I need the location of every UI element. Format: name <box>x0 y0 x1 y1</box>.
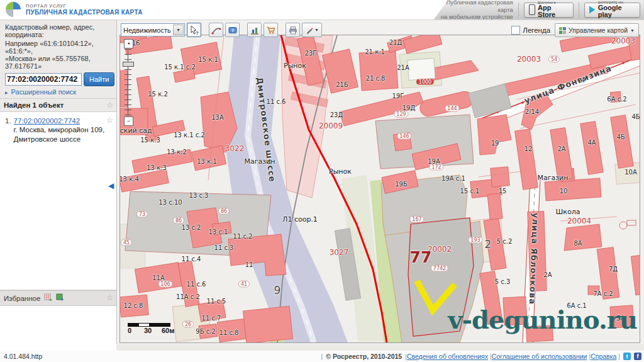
map-area: Недвижимость ▼ ? ? <box>117 20 644 344</box>
pencil-icon <box>305 26 314 35</box>
divider <box>579 3 579 18</box>
footer-links: | © Росреестр, 2010-2015 |Сведения об об… <box>321 353 641 360</box>
zoom-slider-handle[interactable] <box>123 62 134 67</box>
measure-icon <box>211 25 221 35</box>
zoom-in-button[interactable]: ▪ <box>124 39 133 48</box>
svg-text:?: ? <box>196 30 199 35</box>
scalebar-tick: 30 <box>144 327 152 334</box>
legend-label: Легенда <box>523 26 550 34</box>
search-panel: Кадастровый номер, адрес, координата: На… <box>0 20 116 98</box>
map-canvas[interactable] <box>120 35 640 342</box>
star-icon[interactable]: ☆ <box>106 293 113 302</box>
rosreestr-logo-icon <box>5 1 21 18</box>
mobile-banner-text: Публичная кадастровая карта на мобильном… <box>434 0 513 21</box>
printer-icon <box>288 25 298 35</box>
result-item[interactable]: 1. 77:02:0020002:7742 г. Москва, микрора… <box>5 117 113 144</box>
search-input[interactable] <box>5 73 82 86</box>
chevron-down-icon: ▼ <box>173 25 184 35</box>
app-header: ПОРТАЛ УСЛУГ ПУБЛИЧНАЯ КАДАСТРОВАЯ КАРТА… <box>0 0 644 20</box>
footer: 4.01.484.http | © Росреестр, 2010-2015 |… <box>0 351 644 362</box>
search-label: Кадастровый номер, адрес, координата: <box>5 23 111 38</box>
layer-select-value: Недвижимость <box>121 26 173 34</box>
map-viewport[interactable]: Дмитровское шоссеулица Фонвизинаулица Яб… <box>119 35 640 343</box>
legend-checkbox[interactable] <box>511 26 520 35</box>
star-icon[interactable]: ☆ <box>106 101 113 110</box>
add-favorite-icon[interactable]: + <box>56 293 64 303</box>
cart-icon <box>266 25 276 35</box>
scalebar: 0 30 60м <box>128 323 178 335</box>
print-button[interactable] <box>286 23 300 37</box>
svg-text:+: + <box>60 297 64 302</box>
svg-text:?: ? <box>231 28 234 33</box>
googleplay-big-label: Google play <box>598 4 635 18</box>
svg-text:+: + <box>49 297 52 302</box>
chart-tool-button[interactable] <box>247 23 262 37</box>
layers-grid-icon <box>559 27 566 34</box>
info-box-icon: ? <box>228 25 238 35</box>
favorites-header: Избранное + + ☆ <box>0 290 116 306</box>
find-button[interactable]: Найти <box>84 72 114 86</box>
export-excel-icon[interactable]: + <box>44 293 52 303</box>
copyright-label: © Росреестр, 2010-2015 <box>326 353 402 360</box>
sidebar: Кадастровый номер, адрес, координата: На… <box>0 20 117 344</box>
footer-link[interactable]: Справка <box>591 353 616 360</box>
appstore-badge[interactable]: Доступно в App Store <box>524 3 574 18</box>
site-watermark: v-degunino.ru <box>448 307 637 332</box>
appstore-big-label: App Store <box>538 4 569 18</box>
zoom-control: ▪ − <box>124 39 133 126</box>
results-list: 1. 77:02:0020002:7742 г. Москва, микрора… <box>0 112 116 290</box>
page-title: ПУБЛИЧНАЯ КАДАСТРОВАЯ КАРТА <box>26 9 143 16</box>
zoom-out-button[interactable]: − <box>124 116 133 126</box>
manage-map-label: Управление картой <box>569 26 628 34</box>
manage-map-button[interactable]: Управление картой ▼ <box>555 23 639 37</box>
measure-tool-button[interactable] <box>209 23 223 37</box>
results-header-label: Найден 1 объект <box>4 101 64 109</box>
version-label: 4.01.484.http <box>4 353 42 360</box>
cursor-question-icon: ? <box>189 25 199 35</box>
advanced-search-arrow-icon: ▸ <box>5 89 8 96</box>
divider <box>518 3 519 18</box>
portal-uslug-label: ПОРТАЛ УСЛУГ <box>26 3 143 9</box>
sidebar-collapse-handle[interactable]: ◀ <box>108 181 114 190</box>
zoom-slider[interactable] <box>124 49 132 116</box>
result-index: 1. <box>5 117 11 144</box>
chevron-down-icon: ▼ <box>314 28 319 32</box>
scalebar-tick: 0 <box>128 327 131 334</box>
object-info-button[interactable]: ? <box>225 23 240 37</box>
map-toolbar: Недвижимость ▼ ? ? <box>121 23 322 37</box>
phone-icon <box>529 4 535 15</box>
results-header: Найден 1 объект ☆ <box>0 98 116 112</box>
facebook-icon[interactable]: f <box>634 353 641 360</box>
chart-icon <box>250 25 260 35</box>
result-address: г. Москва, микрорайон 109, Дмитровское ш… <box>14 125 113 144</box>
twitter-icon[interactable]: t <box>623 353 631 360</box>
chevron-down-icon: ▼ <box>630 28 635 33</box>
footer-link[interactable]: Соглашение об использовании <box>492 353 587 360</box>
search-hint: Например «61:6:10104:12», «61:6:*», «Мос… <box>5 40 111 70</box>
play-triangle-icon <box>589 6 595 14</box>
advanced-search-link[interactable]: Расширенный поиск <box>11 88 77 96</box>
star-icon[interactable]: ☆ <box>106 116 113 125</box>
scalebar-tick: 60м <box>162 327 174 334</box>
identify-tool-button[interactable]: ? <box>187 23 201 37</box>
draw-tool-button[interactable]: ▼ <box>302 23 322 37</box>
cart-tool-button[interactable] <box>264 23 278 37</box>
result-cadastral-link[interactable]: 77:02:0020002:7742 <box>14 117 80 125</box>
map-right-controls: Легенда Управление картой ▼ <box>511 23 639 37</box>
favorites-label: Избранное <box>4 295 40 302</box>
googleplay-badge[interactable]: ЗАГРУЗИТЕ НА Google play <box>584 3 640 18</box>
layer-select[interactable]: Недвижимость ▼ <box>121 23 185 37</box>
mobile-app-banner: Публичная кадастровая карта на мобильном… <box>434 0 644 20</box>
footer-link[interactable]: Сведения об обновлениях <box>407 353 488 360</box>
